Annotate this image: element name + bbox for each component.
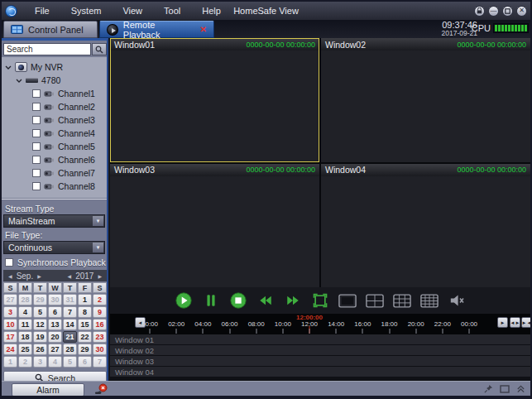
- search-button-small[interactable]: [92, 43, 107, 55]
- video-window-1[interactable]: Window010000-00-00 00:00:00: [110, 38, 319, 162]
- calendar-day[interactable]: 1: [3, 356, 17, 368]
- calendar-day[interactable]: 18: [18, 331, 32, 343]
- calendar-day[interactable]: 5: [33, 306, 47, 318]
- timeline-row-3[interactable]: Window 03: [110, 356, 530, 367]
- tree-item-channel5[interactable]: Channel5: [2, 140, 107, 153]
- calendar-day[interactable]: 28: [18, 294, 32, 305]
- menu-help[interactable]: Help: [191, 2, 232, 20]
- search-input[interactable]: [3, 43, 91, 55]
- menu-file[interactable]: File: [24, 2, 60, 20]
- calendar-day[interactable]: 6: [78, 356, 92, 368]
- tree-item-channel6[interactable]: Channel6: [2, 153, 107, 166]
- calendar-day[interactable]: 15: [78, 319, 92, 330]
- chevron-down-icon[interactable]: [5, 65, 12, 70]
- channel-checkbox[interactable]: [32, 89, 41, 98]
- next-month-icon[interactable]: ▶: [37, 273, 41, 279]
- tree-item-channel4[interactable]: Channel4: [2, 127, 107, 140]
- timeline-row-1[interactable]: Window 01: [110, 334, 530, 345]
- rewind-icon[interactable]: [256, 291, 275, 310]
- channel-checkbox[interactable]: [32, 129, 41, 137]
- menu-tool[interactable]: Tool: [153, 2, 191, 20]
- timeline-zoom-in-button[interactable]: ►◄: [521, 317, 532, 328]
- minimize-icon[interactable]: —: [488, 6, 499, 17]
- layout-4x4-icon[interactable]: [420, 291, 439, 310]
- pause-icon[interactable]: [202, 291, 220, 310]
- calendar-day[interactable]: 27: [48, 344, 62, 355]
- maximize-panel-icon[interactable]: [500, 385, 510, 393]
- calendar-day[interactable]: 16: [93, 319, 107, 330]
- prev-year-icon[interactable]: ◀: [68, 273, 72, 279]
- pin-icon[interactable]: [484, 384, 493, 393]
- layout-2x2-icon[interactable]: [366, 291, 384, 310]
- tree-item-channel2[interactable]: Channel2: [2, 100, 107, 113]
- calendar-day[interactable]: 29: [78, 344, 92, 355]
- tab-remote-playback[interactable]: Remote Playback ✕: [99, 21, 214, 38]
- collapse-panel-icon[interactable]: [516, 385, 525, 393]
- prev-month-icon[interactable]: ◀: [8, 273, 12, 279]
- close-tab-icon[interactable]: ✕: [200, 25, 207, 34]
- timeline-next-button[interactable]: ►: [497, 317, 508, 328]
- stop-icon[interactable]: [229, 291, 247, 310]
- menu-view[interactable]: View: [112, 2, 153, 20]
- layout-single-icon[interactable]: [338, 291, 357, 310]
- timeline-row-4[interactable]: Window 04: [110, 367, 530, 377]
- calendar-day[interactable]: 20: [48, 331, 62, 343]
- calendar-day[interactable]: 1: [78, 294, 92, 305]
- tree-item-channel1[interactable]: Channel1: [2, 87, 107, 100]
- video-window-2[interactable]: Window020000-00-00 00:00:00: [321, 38, 530, 162]
- calendar-day[interactable]: 3: [33, 356, 47, 368]
- tree-item-my-nvr[interactable]: My NVR: [2, 60, 107, 74]
- close-icon[interactable]: ✕: [516, 6, 527, 17]
- full-screen-icon[interactable]: [311, 291, 329, 310]
- calendar-day[interactable]: 2: [18, 356, 32, 368]
- calendar-day[interactable]: 10: [3, 319, 17, 330]
- calendar-day[interactable]: 9: [93, 306, 107, 318]
- timeline-ruler[interactable]: ◄ 12:00:00 ► ◄► ►◄ 00:0002:0004:0006:000…: [110, 314, 530, 334]
- calendar-day[interactable]: 4: [48, 356, 62, 368]
- channel-checkbox[interactable]: [32, 142, 41, 151]
- chevron-down-icon[interactable]: ▾: [93, 243, 103, 252]
- calendar-day[interactable]: 7: [63, 306, 77, 318]
- video-window-4[interactable]: Window040000-00-00 00:00:00: [321, 164, 530, 288]
- calendar-day[interactable]: 21: [63, 331, 77, 343]
- calendar-day[interactable]: 17: [3, 331, 17, 343]
- calendar-day[interactable]: 26: [33, 344, 47, 355]
- fast-forward-icon[interactable]: [284, 291, 302, 310]
- calendar-day[interactable]: 31: [63, 294, 77, 305]
- calendar-day[interactable]: 3: [3, 306, 17, 318]
- play-icon[interactable]: [175, 291, 193, 310]
- tree-item-channel3[interactable]: Channel3: [2, 113, 107, 127]
- stream-type-select[interactable]: MainStream ▾: [3, 214, 105, 228]
- channel-checkbox[interactable]: [32, 156, 41, 164]
- mute-icon[interactable]: [448, 291, 466, 310]
- alarm-status-icon[interactable]: [94, 383, 108, 398]
- channel-checkbox[interactable]: [32, 169, 41, 177]
- alarm-button[interactable]: Alarm: [12, 383, 84, 397]
- file-type-select[interactable]: Continuous ▾: [3, 241, 105, 254]
- calendar-day[interactable]: 30: [93, 344, 107, 355]
- sync-playback-checkbox[interactable]: [5, 258, 13, 267]
- calendar-day[interactable]: 30: [48, 294, 62, 305]
- layout-3x3-icon[interactable]: [393, 291, 411, 310]
- channel-checkbox[interactable]: [32, 182, 41, 190]
- calendar-day[interactable]: 2: [93, 294, 107, 305]
- tree-item-channel7[interactable]: Channel7: [2, 166, 107, 180]
- channel-checkbox[interactable]: [32, 116, 41, 124]
- calendar-day[interactable]: 13: [48, 319, 62, 330]
- chevron-down-icon[interactable]: [16, 79, 22, 83]
- tree-item-channel8[interactable]: Channel8: [2, 180, 107, 193]
- maximize-icon[interactable]: [502, 6, 513, 17]
- calendar-day[interactable]: 14: [63, 319, 77, 330]
- calendar-day[interactable]: 19: [33, 331, 47, 343]
- tree-item-device[interactable]: 4780: [2, 74, 107, 87]
- video-window-3[interactable]: Window030000-00-00 00:00:00: [110, 164, 319, 288]
- next-year-icon[interactable]: ▶: [98, 273, 102, 279]
- calendar-day[interactable]: 8: [78, 306, 92, 318]
- calendar-day[interactable]: 11: [18, 319, 32, 330]
- calendar-day[interactable]: 7: [93, 356, 107, 368]
- tab-control-panel[interactable]: Control Panel: [3, 21, 98, 38]
- calendar-day[interactable]: 27: [3, 294, 17, 305]
- menu-system[interactable]: System: [60, 2, 113, 20]
- calendar-day[interactable]: 25: [18, 344, 32, 355]
- channel-checkbox[interactable]: [32, 103, 41, 111]
